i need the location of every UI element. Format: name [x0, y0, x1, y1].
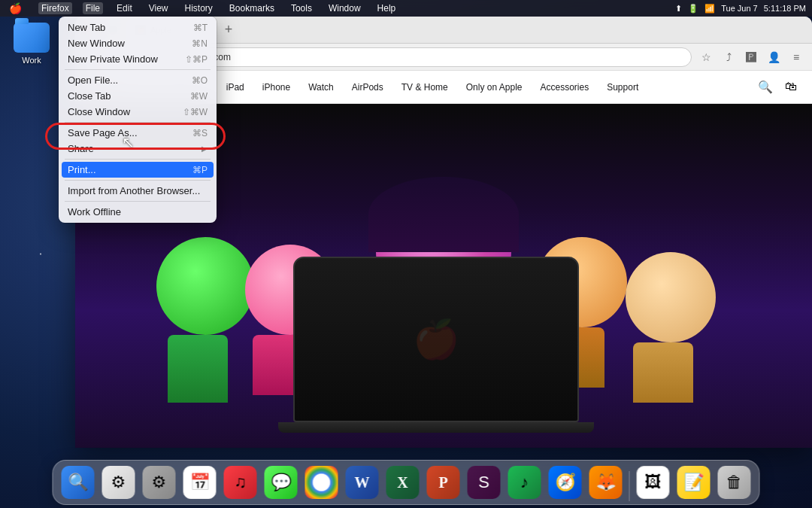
menu-work-offline[interactable]: Work Offline: [59, 204, 217, 220]
file-menu: New Tab ⌘T New Window ⌘N New Private Win…: [59, 17, 217, 223]
dock-preview[interactable]: 🖼: [635, 464, 672, 501]
menu-share-arrow: ▶: [201, 144, 208, 153]
dock-system-prefs[interactable]: ⚙: [141, 464, 178, 501]
menu-close-window[interactable]: Close Window ⇧⌘W: [59, 104, 217, 120]
menu-new-private-window[interactable]: New Private Window ⇧⌘P: [59, 51, 217, 67]
menu-work-offline-label: Work Offline: [68, 206, 208, 217]
menu-close-tab-label: Close Tab: [68, 90, 190, 102]
menubar-window[interactable]: Window: [326, 2, 364, 14]
dock-notes[interactable]: 📝: [675, 464, 713, 501]
menu-print[interactable]: Print... ⌘P: [62, 162, 214, 178]
menubar-left: 🍎 Firefox File Edit View History Bookmar…: [6, 2, 398, 15]
menubar-history[interactable]: History: [182, 2, 216, 14]
menu-print-label: Print...: [68, 164, 192, 175]
dock-slack[interactable]: S: [465, 464, 503, 501]
apple-laptop-logo: 🍎: [413, 318, 459, 361]
apple-nav-airpods[interactable]: AirPods: [352, 82, 383, 93]
menu-sep-5: [65, 201, 211, 202]
pocket-icon[interactable]: 🅿: [741, 47, 761, 67]
apple-nav-ipad[interactable]: iPad: [226, 82, 244, 93]
menubar-time: 5:11:18 PM: [764, 4, 806, 13]
menu-share[interactable]: Share ▶: [59, 141, 217, 157]
menubar-right: ⬆ 🔋 📶 Tue Jun 7 5:11:18 PM: [675, 4, 806, 14]
apple-nav-support[interactable]: Support: [607, 82, 638, 93]
menu-new-tab[interactable]: New Tab ⌘T: [59, 20, 217, 35]
folder-icon: [14, 23, 50, 53]
desktop: 🍎 Firefox File Edit View History Bookmar…: [0, 0, 812, 508]
menubar-edit[interactable]: Edit: [114, 2, 135, 14]
dock-chrome[interactable]: [303, 464, 341, 501]
dock-music[interactable]: ♫: [222, 464, 259, 501]
menu-save-page[interactable]: Save Page As... ⌘S: [59, 125, 217, 141]
apple-menu[interactable]: 🍎: [6, 2, 25, 15]
menubar: 🍎 Firefox File Edit View History Bookmar…: [0, 0, 812, 17]
dock-launchpad[interactable]: ⚙: [100, 464, 138, 501]
desktop-folder-work[interactable]: Work: [14, 23, 50, 65]
dock-word[interactable]: W: [344, 464, 381, 501]
menubar-tools[interactable]: Tools: [288, 2, 315, 14]
dock-trash[interactable]: 🗑: [716, 464, 753, 501]
dock-separator: [629, 471, 630, 501]
menu-close-tab[interactable]: Close Tab ⌘W: [59, 88, 217, 104]
dock-excel[interactable]: X: [384, 464, 422, 501]
menu-new-tab-label: New Tab: [68, 22, 193, 33]
share-icon[interactable]: ⤴: [719, 47, 738, 67]
menu-save-page-shortcut: ⌘S: [192, 128, 208, 138]
apple-nav-tv[interactable]: TV & Home: [401, 82, 448, 93]
dock-powerpoint[interactable]: P: [425, 464, 462, 501]
profile-icon[interactable]: 👤: [764, 47, 783, 67]
nav-icons-right: ☆ ⤴ 🅿 👤 ≡: [696, 47, 806, 67]
dock-messages[interactable]: 💬: [262, 464, 300, 501]
menu-import-label: Import from Another Browser...: [68, 185, 208, 196]
tab-bar: 🍎 Apple × +: [126, 20, 806, 41]
apple-nav-only[interactable]: Only on Apple: [466, 82, 523, 93]
menubar-bookmarks[interactable]: Bookmarks: [226, 2, 277, 14]
menubar-wifi-icon[interactable]: 📶: [704, 4, 715, 14]
menubar-help[interactable]: Help: [374, 2, 399, 14]
menu-sep-2: [65, 122, 211, 123]
menu-import[interactable]: Import from Another Browser...: [59, 183, 217, 199]
new-tab-button[interactable]: +: [220, 21, 238, 39]
menu-share-label: Share: [68, 143, 201, 154]
apple-nav-watch[interactable]: Watch: [308, 82, 334, 93]
menu-new-private-window-shortcut: ⇧⌘P: [185, 54, 208, 65]
dock-firefox[interactable]: 🦊: [587, 464, 625, 501]
menu-open-file-shortcut: ⌘O: [192, 75, 208, 86]
apple-nav-iphone[interactable]: iPhone: [262, 82, 290, 93]
menu-sep-3: [65, 159, 211, 160]
dock-finder[interactable]: 🔍: [59, 464, 97, 501]
menu-save-page-label: Save Page As...: [68, 127, 192, 138]
menubar-battery-icon[interactable]: 🔋: [688, 4, 698, 14]
menu-new-private-window-label: New Private Window: [68, 53, 185, 65]
menu-open-file-label: Open File...: [68, 75, 192, 86]
apple-search-icon[interactable]: 🔍: [758, 80, 773, 94]
menu-close-window-label: Close Window: [68, 106, 183, 117]
folder-label: Work: [22, 56, 41, 65]
menubar-dropbox-icon[interactable]: ⬆: [675, 4, 682, 14]
menu-open-file[interactable]: Open File... ⌘O: [59, 72, 217, 88]
menu-new-window-shortcut: ⌘N: [192, 38, 208, 49]
menubar-view[interactable]: View: [146, 2, 171, 14]
menubar-file[interactable]: File: [83, 2, 103, 14]
apple-bag-icon[interactable]: 🛍: [785, 80, 797, 94]
dock-safari[interactable]: 🧭: [547, 464, 584, 501]
dock-calendar[interactable]: 📅: [181, 464, 219, 501]
menu-sep-1: [65, 69, 211, 70]
menu-print-shortcut: ⌘P: [192, 165, 208, 175]
bookmark-icon[interactable]: ☆: [696, 47, 716, 67]
address-bar[interactable]: www.apple.com: [158, 47, 692, 67]
menu-close-window-shortcut: ⇧⌘W: [183, 107, 208, 117]
menu-close-tab-shortcut: ⌘W: [190, 91, 208, 102]
dock: 🔍 ⚙ ⚙ 📅 ♫ 💬: [53, 460, 760, 505]
menu-sep-4: [65, 180, 211, 181]
apple-nav-accessories[interactable]: Accessories: [541, 82, 589, 93]
menu-new-window-label: New Window: [68, 38, 192, 49]
dock-spotify[interactable]: ♪: [506, 464, 544, 501]
menubar-firefox[interactable]: Firefox: [38, 2, 72, 14]
menubar-clock: Tue Jun 7: [721, 4, 758, 13]
menu-new-tab-shortcut: ⌘T: [193, 23, 208, 33]
menu-new-window[interactable]: New Window ⌘N: [59, 35, 217, 51]
apple-nav-right: 🔍 🛍: [758, 80, 797, 94]
menu-icon[interactable]: ≡: [786, 47, 806, 67]
